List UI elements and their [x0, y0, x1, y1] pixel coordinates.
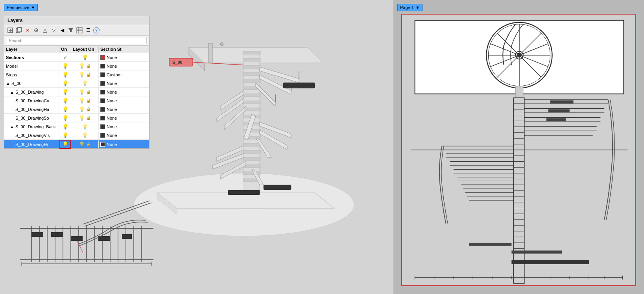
color-swatch[interactable] [100, 116, 105, 120]
table-row-selected[interactable]: S_00_DrawingHi 💡 💡🔒 None [4, 140, 149, 148]
svg-rect-6 [243, 58, 260, 61]
table-row[interactable]: Sections ✓ 💡 None [4, 53, 149, 62]
layer-layout-cell[interactable]: 💡 [71, 123, 99, 130]
color-swatch[interactable] [100, 142, 105, 147]
page-button[interactable]: Page 1 ▼ [397, 4, 423, 11]
bulb-icon: 💡 [62, 115, 68, 121]
layer-section-cell: None [99, 89, 149, 95]
color-swatch[interactable] [100, 98, 105, 103]
layer-section-cell: None [99, 132, 149, 139]
lock-icon: 🔒 [86, 142, 91, 146]
table-row[interactable]: ▲ S_00_Drawing 💡 💡🔒 None [4, 88, 149, 96]
svg-rect-175 [511, 251, 562, 254]
down-arrow-icon[interactable]: ▽ [50, 27, 57, 34]
material-label: Custom [107, 72, 122, 77]
layer-on-cell[interactable]: 💡 [59, 80, 71, 87]
color-swatch[interactable] [100, 90, 105, 94]
layer-on-cell[interactable]: 💡 [59, 88, 71, 96]
layer-layout-cell[interactable]: 💡 [71, 54, 99, 61]
svg-rect-9 [243, 80, 260, 83]
layers-panel: Layers ✕ △ ▽ ◀ ☰ ? [4, 16, 149, 149]
layer-on-cell[interactable]: ✓ [59, 54, 71, 61]
layer-on-cell[interactable]: 💡 [59, 105, 71, 113]
material-label: None [107, 98, 117, 103]
right-panel: Page 1 ▼ [393, 0, 644, 294]
svg-text:S_00: S_00 [172, 60, 183, 65]
layer-on-cell[interactable]: 💡 [59, 123, 71, 130]
material-label: None [107, 90, 117, 94]
layer-layout-cell[interactable]: 💡 [71, 131, 99, 139]
layer-name: ▲ S_00_Drawing_Back [4, 124, 59, 130]
layer-on-cell[interactable]: 💡 [59, 131, 71, 139]
table-row[interactable]: ▲ S_00_Drawing_Back 💡 💡 None [4, 122, 149, 131]
color-swatch[interactable] [100, 81, 105, 86]
table-row[interactable]: S_00_DrawingHa 💡 💡🔒 None [4, 105, 149, 114]
svg-rect-7 [243, 65, 260, 68]
layer-layout-cell[interactable]: 💡🔒 [71, 62, 99, 70]
back-arrow-icon[interactable]: ◀ [59, 27, 66, 34]
delete-layer-icon[interactable]: ✕ [24, 27, 31, 34]
bulb-icon: 💡 [62, 141, 68, 147]
list-icon[interactable]: ☰ [85, 27, 92, 34]
bulb-dim-icon: 💡 [82, 132, 88, 138]
svg-rect-87 [77, 28, 82, 33]
perspective-dropdown-arrow: ▼ [31, 5, 35, 10]
svg-rect-104 [515, 86, 523, 98]
bulb-icon: 💡 [62, 124, 68, 129]
layer-name: Sections [4, 54, 59, 61]
col-layout: Layout On [71, 46, 99, 53]
search-bar [4, 36, 149, 46]
bulb-dim-icon: 💡 [79, 72, 85, 78]
svg-rect-176 [511, 260, 589, 264]
layer-section-cell: None [99, 141, 149, 148]
layer-name: ▲ S_00 [4, 80, 59, 87]
layer-section-cell: None [99, 106, 149, 113]
layer-layout-cell[interactable]: 💡 [71, 80, 99, 87]
table-row[interactable]: Steps 💡 💡🔒 Custom [4, 70, 149, 79]
table-row[interactable]: S_00_DrawingCu 💡 💡🔒 None [4, 96, 149, 105]
bulb-icon: 💡 [62, 63, 68, 69]
layer-on-cell[interactable]: 💡 [59, 114, 71, 122]
color-swatch[interactable] [100, 107, 105, 112]
bulb-icon: 💡 [82, 54, 88, 60]
svg-rect-158 [550, 100, 574, 104]
help-icon[interactable]: ? [93, 27, 100, 33]
layer-on-cell[interactable]: 💡 [59, 97, 71, 104]
lock-icon: 🔒 [86, 72, 91, 77]
layer-on-cell[interactable]: 💡 [59, 71, 71, 78]
color-swatch[interactable] [100, 124, 105, 129]
table-icon[interactable] [76, 27, 83, 34]
svg-rect-19 [243, 150, 260, 153]
visibility-icon[interactable] [33, 27, 40, 34]
layer-layout-cell[interactable]: 💡🔒 [71, 88, 99, 96]
material-label: None [107, 64, 117, 68]
copy-layer-icon[interactable] [15, 27, 22, 34]
material-label: None [107, 55, 117, 60]
material-label: None [107, 116, 117, 120]
table-row[interactable]: S_00_DrawingSo 💡 💡🔒 None [4, 114, 149, 122]
layer-layout-cell[interactable]: 💡🔒 [71, 71, 99, 78]
layer-on-cell-selected[interactable]: 💡 [59, 140, 71, 149]
svg-rect-18 [243, 143, 260, 146]
filter-icon[interactable] [67, 27, 74, 34]
layer-layout-cell[interactable]: 💡🔒 [71, 114, 99, 122]
svg-marker-43 [157, 193, 334, 209]
svg-rect-20 [243, 157, 260, 161]
table-row[interactable]: ▲ S_00 💡 💡 None [4, 79, 149, 88]
new-layer-icon[interactable] [7, 27, 14, 34]
layer-layout-cell[interactable]: 💡🔒 [71, 141, 99, 148]
layer-name: Steps [4, 72, 59, 78]
color-swatch[interactable] [100, 72, 105, 77]
svg-rect-159 [548, 109, 570, 113]
color-swatch[interactable] [100, 64, 105, 68]
search-input[interactable] [7, 37, 147, 44]
perspective-button[interactable]: Perspective ▼ [4, 4, 38, 11]
color-swatch[interactable] [100, 133, 105, 138]
table-row[interactable]: S_00_DrawingVis 💡 💡 None [4, 131, 149, 140]
layer-layout-cell[interactable]: 💡🔒 [71, 97, 99, 104]
layer-layout-cell[interactable]: 💡🔒 [71, 105, 99, 113]
up-arrow-icon[interactable]: △ [41, 27, 48, 34]
color-swatch[interactable] [100, 55, 105, 60]
layer-on-cell[interactable]: 💡 [59, 62, 71, 70]
table-row[interactable]: Model 💡 💡🔒 None [4, 62, 149, 70]
